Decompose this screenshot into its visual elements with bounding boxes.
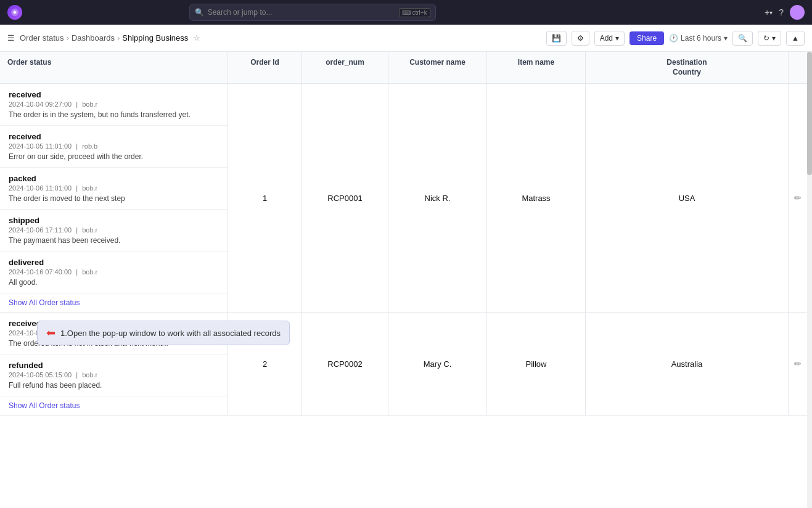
header-customer-name: Customer name bbox=[388, 52, 487, 83]
collapse-button[interactable]: ▲ bbox=[786, 31, 805, 46]
status-entry: shipped 2024-10-06 17:11:00 | bob.r The … bbox=[0, 210, 228, 252]
save-icon: 💾 bbox=[552, 34, 561, 43]
status-label: packed bbox=[9, 174, 219, 183]
search-bar[interactable]: 🔍 Search or jump to... ⌨ ctrl+k bbox=[189, 4, 436, 21]
zoom-icon: 🔍 bbox=[738, 34, 747, 43]
status-label: shipped bbox=[9, 216, 219, 225]
status-label: refunded bbox=[9, 361, 219, 370]
plus-button[interactable]: + ▾ bbox=[765, 7, 773, 17]
plus-icon: + bbox=[765, 7, 769, 17]
tooltip-popup: ⬅ 1.Open the pop-up window to work with … bbox=[37, 321, 290, 345]
tooltip-text: 1.Open the pop-up window to work with al… bbox=[60, 329, 281, 338]
gear-icon: ⚙ bbox=[577, 34, 584, 43]
breadcrumb-current-page: Shipping Business bbox=[122, 33, 188, 43]
order-num-cell-row1: RCP0001 bbox=[302, 84, 388, 312]
breadcrumb-bar: ☰ Order status › Dashboards › Shipping B… bbox=[0, 25, 812, 52]
scrollbar-thumb[interactable] bbox=[807, 52, 812, 175]
app-logo bbox=[7, 5, 22, 20]
status-description: Full refund has been placed. bbox=[9, 381, 219, 390]
edit-action-row1[interactable]: ✏ bbox=[789, 84, 807, 312]
header-actions bbox=[789, 52, 807, 83]
search-icon: 🔍 bbox=[195, 8, 204, 17]
customer-name-cell-row1: Nick R. bbox=[388, 84, 487, 312]
status-meta: 2024-10-05 05:15:00 | bob.r bbox=[9, 371, 219, 379]
favorite-star-icon[interactable]: ☆ bbox=[193, 33, 200, 43]
table-row: received 2024-10-04 09:27:00 | bob.r The… bbox=[0, 84, 807, 313]
status-description: The order is in the system, but no funds… bbox=[9, 110, 219, 119]
keyboard-icon: ⌨ bbox=[402, 9, 411, 16]
chevron-down-icon: ▾ bbox=[772, 34, 776, 43]
search-placeholder: Search or jump to... bbox=[208, 8, 273, 17]
collapse-icon: ▲ bbox=[792, 34, 799, 43]
item-name-cell-row2: Pillow bbox=[487, 313, 586, 415]
status-entry: refunded 2024-10-05 05:15:00 | bob.r Ful… bbox=[0, 354, 228, 396]
order-status-column-row1: received 2024-10-04 09:27:00 | bob.r The… bbox=[0, 84, 228, 312]
chevron-down-icon: ▾ bbox=[615, 34, 619, 43]
table-header: Order status Order Id order_num Customer… bbox=[0, 52, 807, 84]
status-entry: received 2024-10-04 09:27:00 | bob.r The… bbox=[0, 84, 228, 126]
status-meta: 2024-10-06 11:01:00 | bob.r bbox=[9, 184, 219, 192]
status-description: The order is moved to the next step bbox=[9, 194, 219, 203]
edit-action-row2[interactable]: ✏ bbox=[789, 313, 807, 415]
order-num-cell-row2: RCP0002 bbox=[302, 313, 388, 415]
status-label: delivered bbox=[9, 258, 219, 267]
status-label: received bbox=[9, 90, 219, 99]
menu-icon[interactable]: ☰ bbox=[7, 33, 15, 43]
header-order-num: order_num bbox=[302, 52, 388, 83]
edit-icon[interactable]: ✏ bbox=[794, 359, 802, 369]
chevron-down-icon: ▾ bbox=[724, 34, 728, 43]
breadcrumb-sep-2: › bbox=[117, 33, 120, 43]
show-all-order-status-row2[interactable]: Show All Order status bbox=[0, 396, 228, 415]
top-navbar: 🔍 Search or jump to... ⌨ ctrl+k + ▾ ? bbox=[0, 0, 812, 25]
header-item-name: Item name bbox=[487, 52, 586, 83]
settings-button[interactable]: ⚙ bbox=[572, 31, 589, 46]
help-button[interactable]: ? bbox=[779, 7, 784, 17]
user-avatar[interactable] bbox=[790, 5, 805, 20]
status-meta: 2024-10-16 07:40:00 | bob.r bbox=[9, 268, 219, 276]
status-entry: delivered 2024-10-16 07:40:00 | bob.r Al… bbox=[0, 252, 228, 293]
status-meta: 2024-10-05 11:01:00 | rob.b bbox=[9, 142, 219, 150]
add-button[interactable]: Add ▾ bbox=[594, 31, 625, 46]
status-entry: packed 2024-10-06 11:01:00 | bob.r The o… bbox=[0, 168, 228, 210]
destination-country-cell-row1: USA bbox=[586, 84, 789, 312]
status-description: Error on our side, proceed with the orde… bbox=[9, 152, 219, 161]
add-label: Add bbox=[600, 34, 613, 43]
refresh-button[interactable]: ↻ ▾ bbox=[758, 31, 781, 46]
question-icon: ? bbox=[779, 7, 784, 17]
zoom-button[interactable]: 🔍 bbox=[732, 31, 753, 46]
status-entry: received 2024-10-05 11:01:00 | rob.b Err… bbox=[0, 126, 228, 168]
time-range-selector[interactable]: 🕐 Last 6 hours ▾ bbox=[669, 34, 728, 43]
main-content: Order status Order Id order_num Customer… bbox=[0, 52, 812, 508]
refresh-icon: ↻ bbox=[763, 34, 769, 43]
nav-right-actions: + ▾ ? bbox=[765, 5, 805, 20]
show-all-order-status-row1[interactable]: Show All Order status bbox=[0, 293, 228, 312]
status-label: received bbox=[9, 132, 219, 141]
status-meta: 2024-10-06 17:11:00 | bob.r bbox=[9, 226, 219, 234]
search-shortcut: ⌨ ctrl+k bbox=[399, 8, 430, 17]
status-description: All good. bbox=[9, 278, 219, 287]
chevron-down-icon: ▾ bbox=[769, 9, 773, 16]
arrow-icon: ⬅ bbox=[46, 326, 55, 340]
breadcrumb-home[interactable]: Order status bbox=[20, 33, 64, 43]
status-description: The paymaent has been received. bbox=[9, 236, 219, 245]
edit-icon[interactable]: ✏ bbox=[794, 193, 802, 203]
item-name-cell-row1: Matrass bbox=[487, 84, 586, 312]
share-button[interactable]: Share bbox=[630, 31, 664, 45]
header-destination-country: Destination Country bbox=[586, 52, 789, 83]
destination-country-cell-row2: Australia bbox=[586, 313, 789, 415]
header-order-id: Order Id bbox=[228, 52, 302, 83]
save-view-button[interactable]: 💾 bbox=[546, 31, 567, 46]
customer-name-cell-row2: Mary C. bbox=[388, 313, 487, 415]
header-order-status: Order status bbox=[0, 52, 228, 83]
breadcrumb-dashboards[interactable]: Dashboards bbox=[72, 33, 115, 43]
status-meta: 2024-10-04 09:27:00 | bob.r bbox=[9, 100, 219, 108]
scrollbar[interactable] bbox=[807, 52, 812, 508]
data-table[interactable]: Order status Order Id order_num Customer… bbox=[0, 52, 807, 508]
breadcrumb-actions: 💾 ⚙ Add ▾ Share 🕐 Last 6 hours ▾ 🔍 ↻ ▾ ▲ bbox=[546, 31, 805, 46]
breadcrumb-sep-1: › bbox=[67, 33, 69, 43]
clock-icon: 🕐 bbox=[669, 34, 678, 43]
order-id-cell-row1: 1 bbox=[228, 84, 302, 312]
